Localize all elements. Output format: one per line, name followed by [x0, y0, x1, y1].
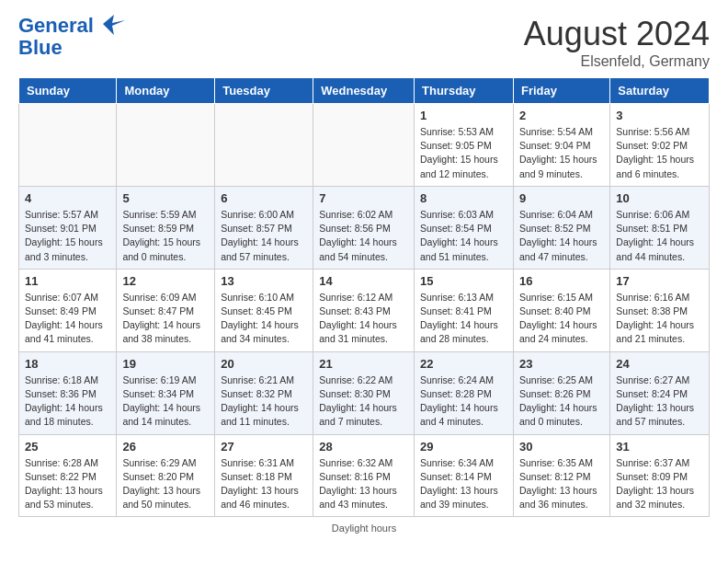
day-detail: Sunrise: 6:31 AMSunset: 8:18 PMDaylight:…: [221, 456, 307, 512]
calendar-cell: 14Sunrise: 6:12 AMSunset: 8:43 PMDayligh…: [313, 269, 415, 351]
calendar-cell: 2Sunrise: 5:54 AMSunset: 9:04 PMDaylight…: [513, 104, 609, 187]
day-detail: Sunrise: 6:15 AMSunset: 8:40 PMDaylight:…: [519, 291, 604, 347]
header: General Blue August 2024 Elsenfeld, Germ…: [0, 0, 728, 77]
day-detail: Sunrise: 6:32 AMSunset: 8:16 PMDaylight:…: [319, 456, 408, 512]
col-header-sunday: Sunday: [19, 78, 117, 104]
day-number: 13: [221, 274, 307, 288]
day-number: 25: [25, 440, 110, 454]
day-number: 8: [420, 191, 507, 205]
svg-marker-0: [103, 15, 125, 35]
calendar-cell: 26Sunrise: 6:29 AMSunset: 8:20 PMDayligh…: [117, 434, 215, 517]
calendar-cell: 27Sunrise: 6:31 AMSunset: 8:18 PMDayligh…: [215, 434, 313, 517]
week-row-1: 1Sunrise: 5:53 AMSunset: 9:05 PMDaylight…: [19, 104, 710, 187]
day-number: 4: [25, 191, 110, 205]
daylight-label: Daylight hours: [332, 523, 396, 534]
day-number: 12: [122, 274, 209, 288]
week-row-5: 25Sunrise: 6:28 AMSunset: 8:22 PMDayligh…: [19, 434, 710, 517]
day-detail: Sunrise: 6:00 AMSunset: 8:57 PMDaylight:…: [221, 208, 307, 264]
day-number: 28: [319, 440, 408, 454]
col-header-saturday: Saturday: [610, 78, 710, 104]
day-number: 22: [420, 357, 507, 371]
calendar-cell: 20Sunrise: 6:21 AMSunset: 8:32 PMDayligh…: [215, 351, 313, 434]
day-detail: Sunrise: 5:53 AMSunset: 9:05 PMDaylight:…: [420, 125, 507, 181]
calendar-cell: 16Sunrise: 6:15 AMSunset: 8:40 PMDayligh…: [513, 269, 609, 351]
calendar-cell: 31Sunrise: 6:37 AMSunset: 8:09 PMDayligh…: [610, 434, 710, 517]
calendar-cell: 8Sunrise: 6:03 AMSunset: 8:54 PMDaylight…: [415, 186, 514, 269]
calendar-table: SundayMondayTuesdayWednesdayThursdayFrid…: [18, 77, 710, 517]
day-detail: Sunrise: 6:35 AMSunset: 8:12 PMDaylight:…: [519, 456, 604, 512]
day-detail: Sunrise: 6:21 AMSunset: 8:32 PMDaylight:…: [221, 373, 307, 430]
day-number: 30: [519, 440, 604, 454]
week-row-4: 18Sunrise: 6:18 AMSunset: 8:36 PMDayligh…: [19, 351, 710, 434]
page-wrapper: General Blue August 2024 Elsenfeld, Germ…: [0, 0, 728, 537]
calendar-cell: 5Sunrise: 5:59 AMSunset: 8:59 PMDaylight…: [117, 186, 215, 269]
calendar-cell: 19Sunrise: 6:19 AMSunset: 8:34 PMDayligh…: [117, 351, 215, 434]
calendar-cell: 28Sunrise: 6:32 AMSunset: 8:16 PMDayligh…: [313, 434, 415, 517]
calendar-cell: 3Sunrise: 5:56 AMSunset: 9:02 PMDaylight…: [610, 104, 710, 187]
day-number: 18: [25, 357, 110, 371]
calendar-cell: 22Sunrise: 6:24 AMSunset: 8:28 PMDayligh…: [415, 351, 514, 434]
header-row: SundayMondayTuesdayWednesdayThursdayFrid…: [19, 78, 710, 104]
day-detail: Sunrise: 6:37 AMSunset: 8:09 PMDaylight:…: [616, 456, 703, 512]
col-header-tuesday: Tuesday: [215, 78, 313, 104]
day-number: 9: [519, 191, 604, 205]
calendar-cell: [313, 104, 415, 187]
logo-text: General: [18, 15, 94, 37]
month-year: August 2024: [524, 15, 710, 53]
day-number: 11: [25, 274, 110, 288]
calendar-cell: 13Sunrise: 6:10 AMSunset: 8:45 PMDayligh…: [215, 269, 313, 351]
day-detail: Sunrise: 6:06 AMSunset: 8:51 PMDaylight:…: [616, 208, 703, 264]
day-detail: Sunrise: 6:10 AMSunset: 8:45 PMDaylight:…: [221, 291, 307, 347]
day-number: 21: [319, 357, 408, 371]
day-number: 24: [616, 357, 703, 371]
day-detail: Sunrise: 5:56 AMSunset: 9:02 PMDaylight:…: [616, 125, 703, 181]
calendar-cell: 6Sunrise: 6:00 AMSunset: 8:57 PMDaylight…: [215, 186, 313, 269]
location: Elsenfeld, Germany: [524, 53, 710, 70]
calendar-cell: 12Sunrise: 6:09 AMSunset: 8:47 PMDayligh…: [117, 269, 215, 351]
day-detail: Sunrise: 6:18 AMSunset: 8:36 PMDaylight:…: [25, 373, 110, 430]
day-number: 2: [519, 109, 604, 122]
day-number: 19: [122, 357, 209, 371]
day-detail: Sunrise: 6:03 AMSunset: 8:54 PMDaylight:…: [420, 208, 507, 264]
day-number: 15: [420, 274, 507, 288]
col-header-monday: Monday: [117, 78, 215, 104]
day-number: 23: [519, 357, 604, 371]
calendar-cell: 15Sunrise: 6:13 AMSunset: 8:41 PMDayligh…: [415, 269, 514, 351]
day-number: 26: [122, 440, 209, 454]
day-number: 7: [319, 191, 408, 205]
day-number: 16: [519, 274, 604, 288]
calendar-cell: 4Sunrise: 5:57 AMSunset: 9:01 PMDaylight…: [19, 186, 117, 269]
logo-text2: Blue: [18, 37, 125, 59]
day-detail: Sunrise: 5:59 AMSunset: 8:59 PMDaylight:…: [122, 208, 209, 264]
day-detail: Sunrise: 6:25 AMSunset: 8:26 PMDaylight:…: [519, 373, 604, 430]
day-number: 14: [319, 274, 408, 288]
day-detail: Sunrise: 6:27 AMSunset: 8:24 PMDaylight:…: [616, 373, 703, 430]
day-detail: Sunrise: 6:19 AMSunset: 8:34 PMDaylight:…: [122, 373, 209, 430]
calendar-cell: 7Sunrise: 6:02 AMSunset: 8:56 PMDaylight…: [313, 186, 415, 269]
calendar-cell: [19, 104, 117, 187]
day-detail: Sunrise: 6:12 AMSunset: 8:43 PMDaylight:…: [319, 291, 408, 347]
calendar-cell: 24Sunrise: 6:27 AMSunset: 8:24 PMDayligh…: [610, 351, 710, 434]
calendar-cell: 17Sunrise: 6:16 AMSunset: 8:38 PMDayligh…: [610, 269, 710, 351]
calendar-cell: 11Sunrise: 6:07 AMSunset: 8:49 PMDayligh…: [19, 269, 117, 351]
calendar-cell: 1Sunrise: 5:53 AMSunset: 9:05 PMDaylight…: [415, 104, 514, 187]
footer: Daylight hours: [0, 517, 728, 537]
day-number: 20: [221, 357, 307, 371]
day-detail: Sunrise: 6:07 AMSunset: 8:49 PMDaylight:…: [25, 291, 110, 347]
day-detail: Sunrise: 6:28 AMSunset: 8:22 PMDaylight:…: [25, 456, 110, 512]
day-detail: Sunrise: 5:57 AMSunset: 9:01 PMDaylight:…: [25, 208, 110, 264]
calendar-cell: 29Sunrise: 6:34 AMSunset: 8:14 PMDayligh…: [415, 434, 514, 517]
day-number: 27: [221, 440, 307, 454]
logo: General Blue: [18, 15, 125, 59]
calendar-body: 1Sunrise: 5:53 AMSunset: 9:05 PMDaylight…: [19, 104, 710, 517]
day-number: 6: [221, 191, 307, 205]
col-header-friday: Friday: [513, 78, 609, 104]
day-detail: Sunrise: 6:09 AMSunset: 8:47 PMDaylight:…: [122, 291, 209, 347]
calendar-cell: 18Sunrise: 6:18 AMSunset: 8:36 PMDayligh…: [19, 351, 117, 434]
day-detail: Sunrise: 6:29 AMSunset: 8:20 PMDaylight:…: [122, 456, 209, 512]
title-block: August 2024 Elsenfeld, Germany: [524, 15, 710, 70]
day-number: 10: [616, 191, 703, 205]
day-number: 3: [616, 109, 703, 122]
week-row-2: 4Sunrise: 5:57 AMSunset: 9:01 PMDaylight…: [19, 186, 710, 269]
day-detail: Sunrise: 6:22 AMSunset: 8:30 PMDaylight:…: [319, 373, 408, 430]
